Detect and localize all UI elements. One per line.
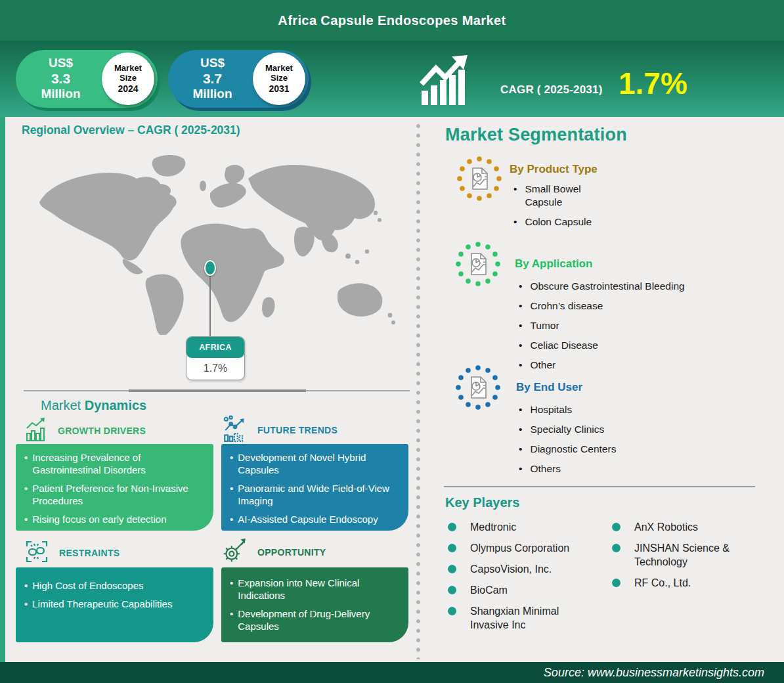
broken-chain-icon (24, 539, 50, 567)
key-player: BioCam (448, 583, 605, 597)
list-item: •Celiac Disease (519, 339, 784, 352)
right-section-divider (444, 486, 755, 487)
dynamics-item: •AI-Assisted Capsule Endoscopy (230, 513, 400, 525)
market-dynamics-title: Market Dynamics (41, 398, 146, 413)
market-size-2024-circle: Market Size 2024 (102, 53, 154, 105)
key-players-column-1: Medtronic Olympus Corporation CapsoVisio… (448, 520, 605, 632)
growth-drivers-icon (24, 416, 49, 445)
bullet-dot (448, 565, 456, 573)
growth-drivers-header: GROWTH DRIVERS (24, 416, 146, 445)
application-report-icon (454, 240, 502, 290)
future-trends-header: FUTURE TRENDS (222, 415, 338, 445)
bullet-dot (448, 586, 456, 594)
gear-target-icon (221, 537, 248, 567)
bullet-dot (612, 544, 621, 552)
key-players-column-2: AnX Robotics JINSHAN Science & Technolog… (612, 520, 776, 590)
market-size-2024-value: US$ 3.3 Million (16, 56, 102, 102)
growth-drivers-box: •Increasing Prevalence of Gastrointestin… (16, 444, 213, 531)
market-size-2031-circle: Market Size 2031 (253, 53, 305, 105)
dynamics-item: •Development of Novel Hybrid Capsules (230, 451, 400, 476)
product-type-list: •Small Bowel Capsule •Colon Capsule (513, 183, 612, 235)
dynamics-item: •Panoramic and Wide Field-of-View Imagin… (230, 482, 400, 507)
dynamics-item: •Limited Therapeutic Capabilities (24, 598, 205, 610)
list-item: •Others (519, 462, 784, 475)
left-accent-strip (0, 117, 5, 662)
key-player: AnX Robotics (612, 520, 776, 534)
future-trends-icon (222, 415, 248, 445)
restraints-box: •High Cost of Endoscopes •Limited Therap… (16, 567, 213, 642)
list-item: •Obscure Gastrointestinal Bleeding (519, 280, 784, 293)
africa-map-marker[interactable] (204, 260, 216, 276)
page-title: Africa Capsule Endoscopes Market (278, 13, 506, 28)
opportunity-box: •Expansion into New Clinical Indications… (221, 567, 408, 642)
by-application-heading: By Application (515, 257, 592, 271)
bullet-dot (448, 607, 456, 615)
dynamics-item: •Expansion into New Clinical Indications (230, 577, 400, 602)
by-product-type-heading: By Product Type (510, 163, 598, 176)
key-player: CapsoVision, Inc. (448, 562, 605, 576)
dotted-divider (415, 122, 422, 659)
bullet-dot (612, 523, 621, 531)
end-user-list: •Hospitals •Specialty Clinics •Diagnosti… (519, 403, 784, 482)
marker-connector-line (209, 275, 211, 338)
dynamics-item: •Increasing Prevalence of Gastrointestin… (24, 451, 205, 476)
key-player: RF Co., Ltd. (612, 576, 776, 590)
list-item: •Hospitals (519, 403, 784, 416)
dynamics-item: •High Cost of Endoscopes (24, 579, 205, 592)
cagr-label: CAGR ( 2025-2031) (500, 83, 603, 97)
dynamics-item: •Rising focus on early detection (24, 513, 205, 525)
list-item: •Tumor (519, 319, 784, 332)
region-callout-value: 1.7% (186, 358, 244, 380)
by-end-user-heading: By End User (516, 381, 582, 394)
regional-overview-title: Regional Overview – CAGR ( 2025-2031) (22, 123, 240, 137)
end-user-report-icon (454, 364, 502, 414)
list-item: •Specialty Clinics (519, 423, 784, 436)
product-type-report-icon (456, 155, 503, 205)
future-trends-box: •Development of Novel Hybrid Capsules •P… (221, 444, 408, 531)
application-list: •Obscure Gastrointestinal Bleeding •Croh… (519, 280, 784, 378)
left-section-divider (24, 390, 410, 391)
key-players-title: Key Players (445, 495, 519, 510)
key-player: Olympus Corporation (448, 541, 605, 555)
cagr-value: 1.7% (619, 66, 687, 101)
bullet-dot (612, 579, 621, 587)
infographic-page: Africa Capsule Endoscopes Market US$ 3.3… (0, 0, 784, 683)
key-player: JINSHAN Science & Technology (612, 541, 776, 569)
growth-chart-icon (419, 54, 470, 109)
key-player: Shangxian Minimal Invasive Inc (448, 604, 605, 632)
dynamics-item: •Development of Drug-Delivery Capsules (230, 607, 400, 632)
list-item: •Colon Capsule (513, 215, 612, 229)
world-map (25, 150, 408, 335)
list-item: •Diagnostic Centers (519, 443, 784, 456)
dynamics-item: •Patient Preference for Non-Invasive Pro… (24, 482, 205, 507)
bullet-dot (448, 544, 456, 552)
source-bar: Source: www.businessmarketinsights.com (0, 662, 784, 683)
list-item: •Other (519, 359, 784, 372)
market-segmentation-title: Market Segmentation (445, 125, 627, 145)
list-item: •Small Bowel Capsule (513, 183, 612, 209)
source-link[interactable]: Source: www.businessmarketinsights.com (544, 666, 764, 680)
market-size-2024-badge: US$ 3.3 Million Market Size 2024 (16, 50, 158, 108)
key-player: Medtronic (448, 520, 605, 534)
bullet-dot (448, 523, 456, 531)
opportunity-header: OPPORTUNITY (221, 537, 326, 567)
restraints-header: RESTRAINTS (24, 539, 120, 567)
region-callout: AFRICA 1.7% (186, 336, 245, 380)
region-callout-label: AFRICA (186, 337, 244, 358)
market-size-2031-badge: US$ 3.7 Million Market Size 2031 (168, 50, 309, 108)
title-bar: Africa Capsule Endoscopes Market (0, 0, 784, 41)
list-item: •Crohn’s disease (519, 299, 784, 313)
market-size-2031-value: US$ 3.7 Million (168, 56, 253, 102)
